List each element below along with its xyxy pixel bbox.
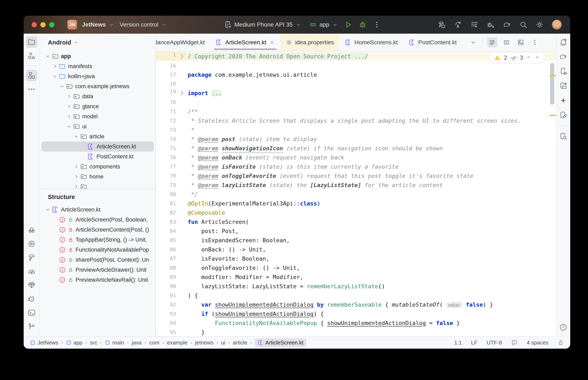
editor-view-split-icon[interactable]	[501, 38, 511, 47]
structure-tree-item-articlescreen-post-boolean-[interactable]: fArticleScreen(Post, Boolean,	[42, 215, 154, 225]
attach-debugger-icon[interactable]	[487, 20, 495, 29]
gradle-icon[interactable]	[557, 51, 569, 62]
app-inspection-icon[interactable]	[26, 224, 38, 236]
profiler-tool-icon[interactable]	[26, 266, 38, 277]
code-line-73[interactable]: 73 *	[156, 125, 556, 134]
code-line-81[interactable]: 81@OptIn(ExperimentalMaterial3Api::class…	[156, 199, 556, 208]
code-line-90[interactable]: 90 lazyListState: LazyListState = rememb…	[156, 282, 556, 291]
debug-button[interactable]	[359, 21, 367, 29]
feedback-icon[interactable]	[511, 340, 517, 346]
code-line-79[interactable]: 79 * @param lazyListState (state) the [L…	[156, 180, 556, 190]
caret-position[interactable]: 1:1	[454, 340, 462, 346]
project-tree-item-data[interactable]: data	[42, 91, 154, 101]
project-tool-icon[interactable]	[26, 36, 38, 48]
code-line-86[interactable]: 86 onBack: () -> Unit,	[156, 245, 556, 254]
sync-a-icon[interactable]	[454, 20, 462, 29]
breadcrumb-java[interactable]: java	[132, 340, 142, 346]
project-tree-item-article[interactable]: article	[42, 132, 154, 141]
project-view-selector[interactable]: Android	[40, 34, 156, 51]
run-tool-icon[interactable]	[26, 238, 38, 249]
version-control-icon[interactable]	[26, 321, 38, 332]
code-line-88[interactable]: 88 onToggleFavorite: () -> Unit,	[156, 263, 556, 272]
tree-chevron-icon[interactable]	[59, 83, 65, 90]
code-line-72[interactable]: 72 * Stateless Article Screen that displ…	[156, 116, 556, 125]
code-line-19[interactable]: 19import ...	[156, 88, 556, 98]
tree-chevron-icon[interactable]	[66, 123, 72, 130]
build-tool-icon[interactable]	[26, 252, 38, 263]
code-line-87[interactable]: 87 isFavorite: Boolean,	[156, 254, 556, 263]
structure-tree-item-previewarticlenavrail-unit[interactable]: fPreviewArticleNavRail(): Unit	[42, 275, 154, 285]
profiler-lines-icon[interactable]	[470, 20, 479, 29]
project-tree-item[interactable]	[42, 182, 154, 189]
scrollbar-warning-mark[interactable]	[550, 75, 556, 76]
vcs-widget[interactable]: Version control	[120, 21, 167, 28]
structure-tree-item-topappbar-string-unit-[interactable]: fTopAppBar(String, () -> Unit,	[42, 235, 154, 245]
code-line-92[interactable]: 92 var showUnimplementedActionDialog by …	[156, 300, 556, 309]
indent-setting[interactable]: 4 spaces	[527, 340, 548, 346]
project-tree-item-manifests[interactable]: manifests	[42, 61, 154, 71]
tree-chevron-icon[interactable]	[73, 173, 79, 180]
project-tree-item-articlescreen-kt[interactable]: ArticleScreen.kt	[42, 141, 154, 152]
code-line-76[interactable]: 76 * @param onBack (event) request navig…	[156, 153, 556, 162]
code-line-85[interactable]: 85 isExpandedScreen: Boolean,	[156, 236, 556, 245]
tree-chevron-icon[interactable]	[52, 73, 58, 79]
code-line-71[interactable]: 71/**	[156, 107, 556, 116]
breadcrumb-src[interactable]: src	[90, 340, 97, 346]
hidden-tabs-chevron-icon[interactable]	[468, 38, 478, 47]
code-line-94[interactable]: 94 FunctionalityNotAvailablePopup { show…	[156, 318, 556, 327]
structure-tree-item-functionalitynotavailablepop[interactable]: fFunctionalityNotAvailablePop	[42, 245, 154, 255]
tree-chevron-icon[interactable]	[66, 93, 72, 99]
editor-view-list-icon[interactable]	[487, 38, 497, 47]
code-line-78[interactable]: 78 * @param onToggleFavorite (event) req…	[156, 171, 556, 180]
tab-articlescreen-kt[interactable]: ArticleScreen.kt	[210, 34, 280, 51]
user-avatar[interactable]	[552, 20, 562, 30]
code-line-74[interactable]: 74 * @param post (state) item to display	[156, 134, 556, 144]
gemini-icon[interactable]	[557, 95, 569, 106]
run-button[interactable]	[345, 21, 352, 29]
code-line-93[interactable]: 93 if (showUnimplementedActionDialog) {	[156, 309, 556, 318]
structure-tool-icon[interactable]	[26, 70, 38, 81]
tree-chevron-icon[interactable]	[66, 103, 72, 110]
running-devices-icon[interactable]	[557, 80, 569, 92]
device-selector[interactable]: Medium Phone API 35	[224, 21, 302, 29]
code-line-70[interactable]: 70	[156, 98, 556, 107]
editor-view-preview-icon[interactable]	[516, 38, 526, 47]
write-access-unlock-icon[interactable]	[558, 340, 564, 346]
fold-region-icon[interactable]	[177, 52, 186, 61]
breadcrumb-example[interactable]: example	[167, 340, 187, 346]
previous-problem-chevron-icon[interactable]	[526, 54, 531, 61]
fold-region-icon[interactable]	[177, 88, 186, 98]
breadcrumb-app[interactable]: app	[66, 340, 82, 346]
breadcrumb-main[interactable]: main	[105, 340, 124, 346]
editor-scrollbar[interactable]	[550, 63, 554, 105]
minimize-window-button[interactable]	[41, 22, 46, 27]
tree-chevron-icon[interactable]	[73, 133, 79, 140]
code-line-77[interactable]: 77 * @param isFavorite (state) is this i…	[156, 162, 556, 171]
search-everywhere-icon[interactable]	[519, 20, 527, 29]
breadcrumb-com[interactable]: com	[149, 340, 160, 346]
inspection-widget[interactable]: 2 3	[489, 53, 545, 63]
app-quality-insights-icon[interactable]	[26, 279, 38, 291]
close-window-button[interactable]	[32, 22, 37, 27]
settings-icon[interactable]	[535, 20, 544, 29]
code-line-83[interactable]: 83fun ArticleScreen(	[156, 217, 556, 226]
file-encoding[interactable]: UTF-8	[487, 340, 502, 346]
project-tree-item-kotlin-java[interactable]: kotlin+java	[42, 71, 154, 81]
project-tree-item-com-example-jetnews[interactable]: com.example.jetnews	[42, 81, 154, 91]
resource-manager-icon[interactable]	[26, 50, 38, 62]
structure-tree-item-previewarticledrawer-unit[interactable]: fPreviewArticleDrawer(): Unit	[42, 265, 154, 275]
structure-tree-item-articlescreen-kt[interactable]: ArticleScreen.kt	[42, 205, 154, 215]
project-tree-item-postcontent-kt[interactable]: PostContent.kt	[42, 152, 154, 162]
tree-chevron-icon[interactable]	[44, 207, 51, 213]
tab-homescreens-kt[interactable]: HomeScreens.kt	[339, 34, 403, 51]
code-line-80[interactable]: 80 */	[156, 190, 556, 199]
close-tab-icon[interactable]	[269, 40, 275, 45]
breadcrumb-ui[interactable]: ui	[221, 340, 225, 346]
breadcrumb-jetnews[interactable]: jetnews	[195, 340, 213, 346]
tab-postcontent-kt[interactable]: PostContent.kt	[403, 34, 462, 51]
tree-chevron-icon[interactable]	[44, 53, 51, 59]
tree-chevron-icon[interactable]	[52, 63, 58, 69]
line-separator[interactable]: LF	[471, 340, 477, 346]
next-problem-chevron-icon[interactable]	[534, 54, 540, 61]
code-line-89[interactable]: 89 modifier: Modifier = Modifier,	[156, 272, 556, 282]
